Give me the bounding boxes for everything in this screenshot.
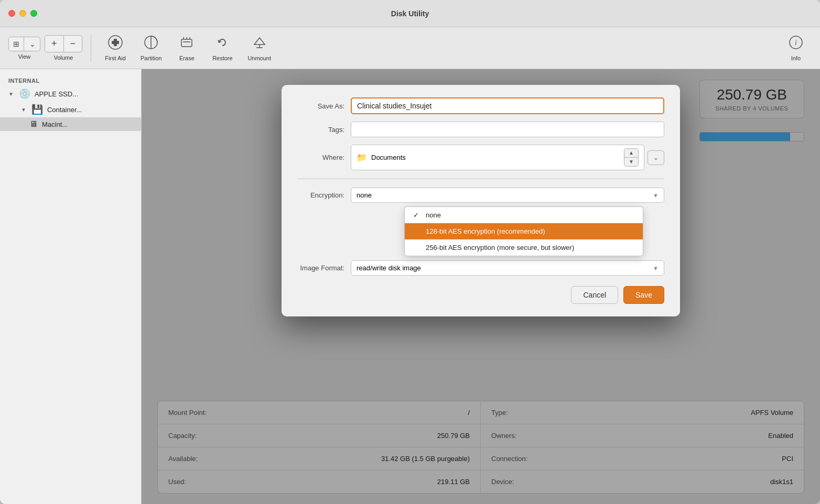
erase-button[interactable]: Erase	[171, 32, 202, 64]
container-icon: 💾	[31, 104, 43, 115]
where-value: Documents	[371, 154, 406, 161]
tags-row: Tags:	[297, 122, 664, 137]
remove-volume-button[interactable]: −	[64, 36, 82, 52]
toolbar: ⊞ ⌄ View + − Volume First Aid	[0, 27, 820, 69]
sidebar-item-apple-ssd[interactable]: ▼ 💿 APPLE SSD...	[0, 86, 141, 102]
dropdown-item-256bit-label: 256-bit AES encryption (more secure, but…	[426, 244, 574, 251]
image-format-value: read/write disk image	[357, 264, 421, 272]
view-group: ⊞ ⌄ View	[8, 37, 40, 60]
titlebar: Disk Utility	[0, 0, 820, 27]
where-select[interactable]: 📁 Documents ▲ ▼	[351, 145, 644, 170]
where-container: 📁 Documents ▲ ▼ ⌄	[351, 145, 664, 170]
where-label: Where:	[297, 154, 344, 161]
image-format-row: Image Format: read/write disk image ▼	[297, 260, 664, 276]
toolbar-separator-1	[91, 35, 91, 61]
unmount-button[interactable]: Unmount	[242, 32, 276, 64]
svg-marker-10	[254, 38, 265, 45]
folder-icon: 📁	[357, 152, 367, 162]
restore-button[interactable]: Restore	[207, 32, 238, 64]
info-label: Info	[791, 55, 801, 61]
first-aid-label: First Aid	[105, 55, 126, 61]
modal-buttons: Cancel Save	[297, 286, 664, 304]
where-expand-button[interactable]: ⌄	[648, 150, 664, 165]
image-format-arrow-icon: ▼	[653, 265, 659, 271]
partition-label: Partition	[141, 55, 161, 61]
detail-area: 250.79 GB SHARED BY 4 VOLUMES Mount Poin…	[142, 69, 820, 504]
dropdown-item-none-label: none	[426, 211, 441, 219]
svg-rect-2	[112, 41, 119, 44]
save-as-label: Save As:	[297, 102, 344, 110]
view-chevron-button[interactable]: ⌄	[25, 37, 40, 51]
tags-label: Tags:	[297, 126, 344, 134]
traffic-lights	[8, 10, 37, 17]
info-icon: i	[789, 35, 803, 53]
volume-controls[interactable]: + −	[45, 35, 82, 52]
volume-icon: 🖥	[29, 119, 38, 129]
view-label: View	[18, 53, 31, 60]
volume-label: Volume	[54, 54, 73, 61]
maximize-button[interactable]	[30, 10, 37, 17]
sidebar-item-macintosh[interactable]: 🖥 Macint...	[0, 117, 141, 131]
main-content: Internal ▼ 💿 APPLE SSD... ▼ 💾 Container.…	[0, 69, 820, 504]
view-sidebar-button[interactable]: ⊞	[9, 37, 24, 51]
sidebar-section-internal: Internal	[0, 75, 141, 86]
partition-icon	[144, 35, 158, 53]
dropdown-item-128bit-label: 128-bit AES encryption (recommended)	[426, 227, 545, 235]
encryption-value: none	[357, 191, 372, 199]
erase-label: Erase	[179, 55, 195, 61]
where-stepper[interactable]: ▲ ▼	[624, 148, 639, 167]
save-dialog: Save As: Tags: Where:	[282, 85, 680, 316]
erase-icon	[179, 35, 194, 53]
encryption-label: Encryption:	[297, 191, 344, 199]
encryption-row: Encryption: none ▼ ✓ none	[297, 188, 664, 203]
chevron-down-icon-2: ▼	[21, 107, 26, 113]
view-controls[interactable]: ⊞ ⌄	[8, 37, 40, 51]
dropdown-item-128bit[interactable]: 128-bit AES encryption (recommended)	[405, 223, 643, 239]
encryption-dropdown-trigger[interactable]: none ▼	[351, 188, 664, 203]
where-row: Where: 📁 Documents ▲ ▼	[297, 145, 664, 170]
dropdown-arrow-icon: ▼	[653, 192, 659, 199]
save-as-input[interactable]	[351, 97, 664, 114]
restore-label: Restore	[212, 55, 233, 61]
stepper-up-button[interactable]: ▲	[624, 149, 638, 158]
save-as-row: Save As:	[297, 97, 664, 114]
add-volume-button[interactable]: +	[45, 36, 64, 52]
modal-overlay: Save As: Tags: Where:	[142, 69, 820, 504]
unmount-label: Unmount	[247, 55, 271, 61]
volume-group: + − Volume	[45, 35, 82, 61]
image-format-label: Image Format:	[297, 264, 344, 272]
encryption-dropdown-menu: ✓ none 128-bit AES encryption (recommend…	[404, 206, 643, 256]
check-icon: ✓	[413, 211, 422, 219]
first-aid-icon	[108, 35, 123, 53]
svg-text:i: i	[795, 39, 797, 47]
sidebar-item-container[interactable]: ▼ 💾 Container...	[0, 102, 141, 117]
stepper-down-button[interactable]: ▼	[624, 158, 638, 166]
partition-button[interactable]: Partition	[135, 32, 167, 64]
dropdown-item-none[interactable]: ✓ none	[405, 207, 643, 223]
close-button[interactable]	[8, 10, 15, 17]
first-aid-button[interactable]: First Aid	[100, 32, 131, 64]
svg-rect-5	[181, 39, 192, 47]
chevron-down-icon: ▼	[8, 91, 14, 97]
disk-icon: 💿	[19, 88, 30, 100]
cancel-button[interactable]: Cancel	[571, 286, 618, 304]
save-button[interactable]: Save	[623, 286, 664, 304]
image-format-dropdown[interactable]: read/write disk image ▼	[351, 260, 664, 276]
info-button[interactable]: i Info	[780, 32, 812, 64]
minimize-button[interactable]	[19, 10, 26, 17]
unmount-icon	[252, 35, 267, 53]
restore-icon	[215, 35, 230, 53]
dropdown-item-256bit[interactable]: 256-bit AES encryption (more secure, but…	[405, 239, 643, 256]
sidebar: Internal ▼ 💿 APPLE SSD... ▼ 💾 Container.…	[0, 69, 142, 504]
window-title: Disk Utility	[391, 9, 429, 18]
modal-separator	[297, 179, 664, 179]
tags-input[interactable]	[351, 122, 664, 137]
